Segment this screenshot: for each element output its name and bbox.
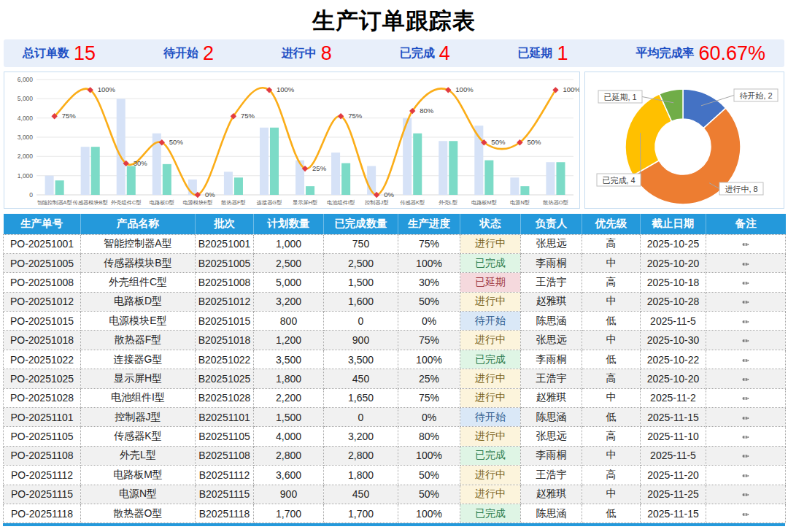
column-header-done-qty[interactable]: 已完成数量 — [324, 214, 398, 234]
cell-remark[interactable]: ✏ — [706, 427, 786, 446]
cell-owner[interactable]: 张思远 — [521, 427, 582, 446]
cell-plan-qty[interactable]: 1,500 — [254, 408, 324, 427]
cell-status[interactable]: 进行中 — [460, 388, 521, 407]
cell-order-no[interactable]: PO-20251025 — [4, 369, 81, 388]
cell-product-name[interactable]: 散热器O型 — [81, 504, 196, 523]
cell-due-date[interactable]: 2025-10-30 — [641, 331, 706, 350]
kpi-item-1[interactable]: 待开始2 — [163, 44, 214, 63]
cell-status[interactable]: 进行中 — [460, 292, 521, 311]
pencil-icon[interactable]: ✏ — [742, 336, 749, 345]
cell-status[interactable]: 待开始 — [460, 408, 521, 427]
cell-product-name[interactable]: 电路板M型 — [81, 466, 196, 485]
cell-status[interactable]: 已完成 — [460, 253, 521, 272]
cell-product-name[interactable]: 散热器F型 — [81, 331, 196, 350]
cell-owner[interactable]: 张思远 — [521, 234, 582, 253]
pencil-icon[interactable]: ✏ — [742, 433, 749, 442]
cell-priority[interactable]: 低 — [582, 312, 641, 331]
cell-status[interactable]: 进行中 — [460, 485, 521, 504]
cell-due-date[interactable]: 2025-11-25 — [641, 485, 706, 504]
cell-batch[interactable]: B20251012 — [196, 292, 254, 311]
cell-due-date[interactable]: 2025-11-20 — [641, 466, 706, 485]
cell-owner[interactable]: 李雨桐 — [521, 350, 582, 369]
cell-plan-qty[interactable]: 2,800 — [254, 446, 324, 465]
cell-plan-qty[interactable]: 3,600 — [254, 466, 324, 485]
cell-plan-qty[interactable]: 2,200 — [254, 388, 324, 407]
cell-due-date[interactable]: 2025-11-10 — [641, 427, 706, 446]
cell-status[interactable]: 进行中 — [460, 466, 521, 485]
cell-done-qty[interactable]: 0 — [324, 312, 398, 331]
cell-priority[interactable]: 高 — [582, 369, 641, 388]
cell-order-no[interactable]: PO-20251105 — [4, 427, 81, 446]
cell-product-name[interactable]: 显示屏H型 — [81, 369, 196, 388]
cell-done-qty[interactable]: 450 — [324, 369, 398, 388]
cell-remark[interactable]: ✏ — [706, 234, 786, 253]
cell-progress[interactable]: 50% — [398, 292, 460, 311]
cell-done-qty[interactable]: 3,500 — [324, 350, 398, 369]
column-header-product-name[interactable]: 产品名称 — [81, 214, 196, 234]
column-header-plan-qty[interactable]: 计划数量 — [254, 214, 324, 234]
cell-status[interactable]: 进行中 — [460, 331, 521, 350]
cell-done-qty[interactable]: 450 — [324, 485, 398, 504]
cell-status[interactable]: 已完成 — [460, 350, 521, 369]
cell-batch[interactable]: B20251115 — [196, 485, 254, 504]
cell-due-date[interactable]: 2025-11-5 — [641, 446, 706, 465]
cell-done-qty[interactable]: 3,200 — [324, 427, 398, 446]
cell-batch[interactable]: B20251025 — [196, 369, 254, 388]
cell-plan-qty[interactable]: 2,500 — [254, 253, 324, 272]
column-header-owner[interactable]: 负责人 — [521, 214, 582, 234]
cell-order-no[interactable]: PO-20251028 — [4, 388, 81, 407]
cell-batch[interactable]: B20251001 — [196, 234, 254, 253]
cell-done-qty[interactable]: 1,800 — [324, 466, 398, 485]
cell-progress[interactable]: 100% — [398, 253, 460, 272]
cell-done-qty[interactable]: 1,500 — [324, 273, 398, 292]
cell-order-no[interactable]: PO-20251022 — [4, 350, 81, 369]
cell-remark[interactable]: ✏ — [706, 292, 786, 311]
cell-batch[interactable]: B20251008 — [196, 273, 254, 292]
kpi-item-0[interactable]: 总订单数15 — [23, 44, 96, 63]
cell-product-name[interactable]: 外壳L型 — [81, 446, 196, 465]
cell-status[interactable]: 已延期 — [460, 273, 521, 292]
cell-priority[interactable]: 中 — [582, 253, 641, 272]
cell-plan-qty[interactable]: 3,200 — [254, 292, 324, 311]
cell-priority[interactable]: 中 — [582, 292, 641, 311]
cell-due-date[interactable]: 2025-11-15 — [641, 408, 706, 427]
cell-owner[interactable]: 王浩宇 — [521, 273, 582, 292]
cell-owner[interactable]: 陈思涵 — [521, 504, 582, 523]
cell-owner[interactable]: 赵雅琪 — [521, 292, 582, 311]
cell-priority[interactable]: 高 — [582, 427, 641, 446]
donut-chart-panel[interactable]: 待开始, 2进行中, 8已完成, 4已延期, 1 — [584, 72, 784, 209]
column-header-remark[interactable]: 备注 — [706, 214, 786, 234]
cell-batch[interactable]: B20251101 — [196, 408, 254, 427]
cell-batch[interactable]: B20251015 — [196, 312, 254, 331]
cell-remark[interactable]: ✏ — [706, 485, 786, 504]
cell-product-name[interactable]: 电路板D型 — [81, 292, 196, 311]
cell-priority[interactable]: 中 — [582, 388, 641, 407]
cell-priority[interactable]: 高 — [582, 466, 641, 485]
cell-batch[interactable]: B20251105 — [196, 427, 254, 446]
cell-priority[interactable]: 低 — [582, 408, 641, 427]
cell-owner[interactable]: 李雨桐 — [521, 446, 582, 465]
cell-batch[interactable]: B20251112 — [196, 466, 254, 485]
column-header-progress[interactable]: 生产进度 — [398, 214, 460, 234]
cell-done-qty[interactable]: 0 — [324, 408, 398, 427]
pencil-icon[interactable]: ✏ — [742, 452, 749, 460]
pencil-icon[interactable]: ✏ — [742, 414, 749, 423]
cell-product-name[interactable]: 电源N型 — [81, 485, 196, 504]
cell-due-date[interactable]: 2025-10-22 — [641, 350, 706, 369]
pencil-icon[interactable]: ✏ — [742, 490, 749, 499]
cell-progress[interactable]: 100% — [398, 446, 460, 465]
cell-priority[interactable]: 中 — [582, 446, 641, 465]
cell-remark[interactable]: ✏ — [706, 388, 786, 407]
kpi-item-3[interactable]: 已完成4 — [400, 44, 450, 63]
column-header-priority[interactable]: 优先级 — [582, 214, 641, 234]
pencil-icon[interactable]: ✏ — [742, 471, 749, 480]
pencil-icon[interactable]: ✏ — [742, 375, 749, 384]
cell-progress[interactable]: 75% — [398, 234, 460, 253]
pencil-icon[interactable]: ✏ — [742, 240, 749, 249]
kpi-item-2[interactable]: 进行中8 — [282, 44, 332, 63]
cell-progress[interactable]: 100% — [398, 504, 460, 523]
pencil-icon[interactable]: ✏ — [742, 356, 749, 365]
cell-product-name[interactable]: 电池组件I型 — [81, 388, 196, 407]
cell-batch[interactable]: B20251028 — [196, 388, 254, 407]
cell-order-no[interactable]: PO-20251012 — [4, 292, 81, 311]
